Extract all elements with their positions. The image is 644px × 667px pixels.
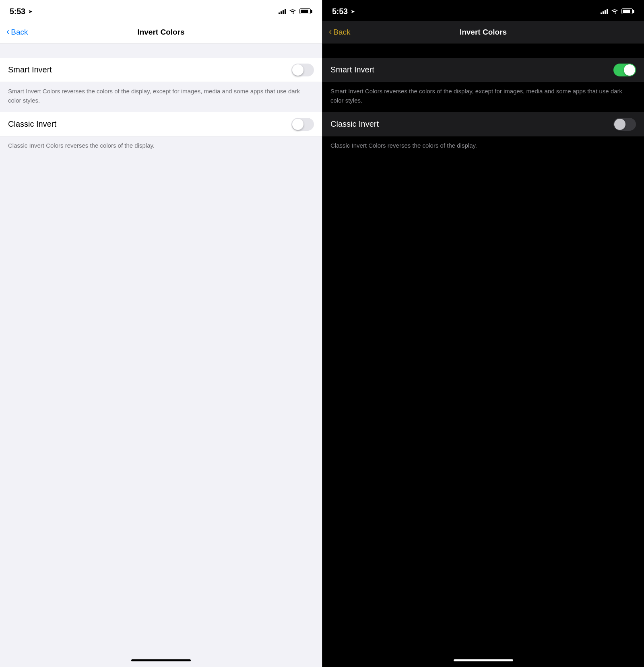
smart-invert-row-light[interactable]: Smart Invert [0, 58, 322, 82]
signal-icon-dark [601, 8, 608, 14]
back-chevron-light: ‹ [6, 27, 9, 36]
location-arrow-dark: ➤ [351, 8, 355, 14]
smart-invert-knob-light [292, 64, 303, 76]
home-bar-light [131, 659, 191, 661]
section-gap-top-light [0, 43, 322, 58]
classic-invert-desc-text-light: Classic Invert Colors reverses the color… [8, 142, 155, 149]
classic-invert-description-dark: Classic Invert Colors reverses the color… [322, 136, 644, 158]
nav-title-light: Invert Colors [137, 28, 184, 37]
nav-bar-dark: ‹ Back Invert Colors [322, 21, 644, 43]
wifi-icon-light [289, 8, 296, 14]
classic-invert-label-light: Classic Invert [8, 119, 56, 129]
classic-invert-knob-dark [614, 119, 625, 130]
remaining-space-light [0, 158, 322, 652]
smart-invert-row-dark[interactable]: Smart Invert [322, 58, 644, 82]
classic-invert-toggle-light[interactable] [291, 118, 314, 131]
smart-invert-label-light: Smart Invert [8, 65, 52, 74]
status-icons-light [279, 8, 312, 14]
smart-invert-label-dark: Smart Invert [330, 65, 374, 74]
content-dark: Smart Invert Smart Invert Colors reverse… [322, 43, 644, 667]
status-time-light: 5:53 [10, 7, 25, 16]
battery-icon-light [299, 8, 312, 14]
smart-invert-knob-dark [624, 64, 635, 76]
classic-invert-description-light: Classic Invert Colors reverses the color… [0, 136, 322, 158]
classic-invert-label-dark: Classic Invert [330, 119, 379, 129]
nav-bar-light: ‹ Back Invert Colors [0, 21, 322, 43]
back-button-light[interactable]: ‹ Back [6, 28, 28, 37]
wifi-icon-dark [611, 8, 618, 14]
classic-invert-toggle-dark[interactable] [613, 118, 636, 131]
back-label-light: Back [11, 28, 28, 37]
status-bar-dark: 5:53 ➤ [322, 0, 644, 21]
dark-mode-panel: 5:53 ➤ ‹ Bac [322, 0, 644, 667]
smart-invert-description-dark: Smart Invert Colors reverses the colors … [322, 82, 644, 112]
light-mode-panel: 5:53 ➤ ‹ Bac [0, 0, 322, 667]
back-button-dark[interactable]: ‹ Back [329, 28, 351, 37]
section-gap-top-dark [322, 43, 644, 58]
status-time-dark: 5:53 [332, 7, 348, 16]
remaining-space-dark [322, 158, 644, 652]
back-label-dark: Back [333, 28, 350, 37]
classic-invert-knob-light [292, 119, 303, 130]
status-bar-light: 5:53 ➤ [0, 0, 322, 21]
smart-invert-desc-text-dark: Smart Invert Colors reverses the colors … [330, 88, 622, 104]
classic-invert-row-light[interactable]: Classic Invert [0, 112, 322, 136]
home-indicator-light [0, 651, 322, 667]
back-chevron-dark: ‹ [329, 27, 332, 36]
content-light: Smart Invert Smart Invert Colors reverse… [0, 43, 322, 667]
classic-invert-desc-text-dark: Classic Invert Colors reverses the color… [330, 142, 477, 149]
status-icons-dark [601, 8, 634, 14]
smart-invert-toggle-light[interactable] [291, 64, 314, 76]
battery-icon-dark [621, 8, 634, 14]
smart-invert-desc-text-light: Smart Invert Colors reverses the colors … [8, 88, 300, 104]
signal-icon-light [279, 8, 286, 14]
home-indicator-dark [322, 651, 644, 667]
location-arrow-light: ➤ [28, 8, 33, 14]
classic-invert-row-dark[interactable]: Classic Invert [322, 112, 644, 136]
home-bar-dark [454, 659, 513, 661]
smart-invert-description-light: Smart Invert Colors reverses the colors … [0, 82, 322, 112]
nav-title-dark: Invert Colors [460, 28, 507, 37]
smart-invert-toggle-dark[interactable] [613, 64, 636, 76]
